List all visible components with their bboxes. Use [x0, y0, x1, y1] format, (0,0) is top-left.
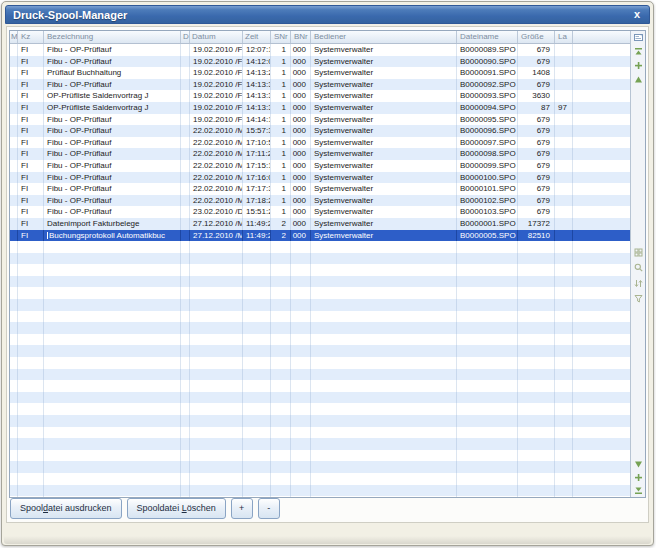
filter-icon[interactable]	[633, 293, 644, 304]
table-row[interactable]: FI Fibu - OP-Prüflauf 19.02.2010 /Fr 14:…	[10, 79, 630, 91]
table-main: M Kz Bezeichnung D Datum Zeit SNr BNr Be…	[10, 31, 630, 497]
column-header-zeit[interactable]: Zeit	[243, 31, 271, 43]
column-header-groesse[interactable]: Größe	[518, 31, 555, 43]
column-header-filler	[573, 31, 630, 43]
table-empty-row	[10, 241, 630, 253]
table-empty-row	[10, 450, 630, 462]
column-header-dateiname[interactable]: Dateiname	[457, 31, 518, 43]
table-empty-row	[10, 485, 630, 497]
table-empty-row	[10, 264, 630, 276]
table-row[interactable]: FI Fibu - OP-Prüflauf 22.02.2010 /Mo 17:…	[10, 172, 630, 184]
table-row[interactable]: FI Fibu - OP-Prüflauf 19.02.2010 /Fr 12:…	[10, 44, 630, 56]
scroll-to-top-icon[interactable]	[633, 46, 644, 57]
scroll-down-icon[interactable]	[633, 459, 644, 470]
table-row[interactable]: FI OP-Prüfliste Saldenvortrag J 19.02.20…	[10, 102, 630, 114]
table-empty-row	[10, 253, 630, 265]
window-title: Druck-Spool-Manager	[6, 9, 634, 21]
column-header-bezeichnung[interactable]: Bezeichnung	[44, 31, 181, 43]
column-header-kz[interactable]: Kz	[18, 31, 44, 43]
table-empty-row	[10, 287, 630, 299]
table-body: FI Fibu - OP-Prüflauf 19.02.2010 /Fr 12:…	[10, 44, 630, 497]
add-row-icon[interactable]	[633, 60, 644, 71]
remove-row-icon[interactable]	[633, 472, 644, 483]
print-spool-file-button[interactable]: Spooldatei ausdrucken	[10, 498, 122, 519]
button-bar: Spooldatei ausdrucken Spooldatei Löschen…	[10, 498, 280, 519]
table-row[interactable]: FI Fibu - OP-Prüflauf 19.02.2010 /Fr 14:…	[10, 114, 630, 126]
table-empty-row	[10, 473, 630, 485]
scroll-up-icon[interactable]	[633, 74, 644, 85]
table-row[interactable]: FI Fibu - OP-Prüflauf 22.02.2010 /Mo 17:…	[10, 183, 630, 195]
column-header-bnr[interactable]: BNr	[291, 31, 311, 43]
titlebar[interactable]: Druck-Spool-Manager x	[5, 5, 650, 24]
table-row[interactable]: FI Prüflauf Buchhaltung 19.02.2010 /Fr 1…	[10, 67, 630, 79]
table-row[interactable]: FI Buchungsprotokoll Automatikbuc 27.12.…	[10, 230, 630, 242]
content-panel: M Kz Bezeichnung D Datum Zeit SNr BNr Be…	[6, 26, 649, 523]
table-row[interactable]: FI Fibu - OP-Prüflauf 19.02.2010 /Fr 14:…	[10, 56, 630, 68]
table-empty-row	[10, 415, 630, 427]
table-empty-row	[10, 311, 630, 323]
column-header-snr[interactable]: SNr	[271, 31, 291, 43]
table-empty-row	[10, 438, 630, 450]
table-empty-row	[10, 357, 630, 369]
table-row[interactable]: FI OP-Prüfliste Saldenvortrag J 19.02.20…	[10, 90, 630, 102]
table-row[interactable]: FI Fibu - OP-Prüflauf 23.02.2010 /Di 15:…	[10, 206, 630, 218]
plus-button[interactable]: +	[231, 498, 253, 519]
column-chooser-icon[interactable]	[633, 32, 644, 43]
scroll-to-bottom-icon[interactable]	[633, 485, 644, 496]
spool-file-table: M Kz Bezeichnung D Datum Zeit SNr BNr Be…	[9, 30, 646, 498]
table-empty-row	[10, 461, 630, 473]
table-row[interactable]: FI Fibu - OP-Prüflauf 22.02.2010 /Mo 17:…	[10, 160, 630, 172]
table-empty-row	[10, 334, 630, 346]
column-header-bediener[interactable]: Bediener	[311, 31, 457, 43]
column-header-m[interactable]: M	[10, 31, 18, 43]
table-empty-row	[10, 299, 630, 311]
grid-side-toolbar	[630, 31, 645, 497]
table-empty-row	[10, 345, 630, 357]
table-empty-row	[10, 392, 630, 404]
sort-icon[interactable]	[633, 278, 644, 289]
table-row[interactable]: FI Fibu - OP-Prüflauf 22.02.2010 /Mo 17:…	[10, 148, 630, 160]
column-header-datum[interactable]: Datum	[190, 31, 243, 43]
minus-button[interactable]: -	[258, 498, 280, 519]
grid-settings-icon[interactable]	[633, 247, 644, 258]
table-empty-row	[10, 380, 630, 392]
table-empty-row	[10, 369, 630, 381]
column-header-la[interactable]: La	[555, 31, 573, 43]
delete-spool-file-button[interactable]: Spooldatei Löschen	[127, 498, 226, 519]
table-row[interactable]: FI Fibu - OP-Prüflauf 22.02.2010 /Mo 15:…	[10, 125, 630, 137]
table-row[interactable]: FI Fibu - OP-Prüflauf 22.02.2010 /Mo 17:…	[10, 195, 630, 207]
close-icon[interactable]: x	[634, 8, 649, 22]
table-empty-row	[10, 403, 630, 415]
table-row[interactable]: FI Datenimport Fakturbelege 27.12.2010 /…	[10, 218, 630, 230]
table-empty-row	[10, 276, 630, 288]
table-empty-row	[10, 427, 630, 439]
column-header-d[interactable]: D	[181, 31, 190, 43]
table-empty-row	[10, 322, 630, 334]
table-row[interactable]: FI Fibu - OP-Prüflauf 22.02.2010 /Mo 17:…	[10, 137, 630, 149]
table-header: M Kz Bezeichnung D Datum Zeit SNr BNr Be…	[10, 31, 630, 44]
search-icon[interactable]	[633, 262, 644, 273]
druck-spool-manager-window: Druck-Spool-Manager x M Kz Bezeichnung D…	[1, 1, 654, 546]
table-empty-row	[10, 496, 630, 497]
